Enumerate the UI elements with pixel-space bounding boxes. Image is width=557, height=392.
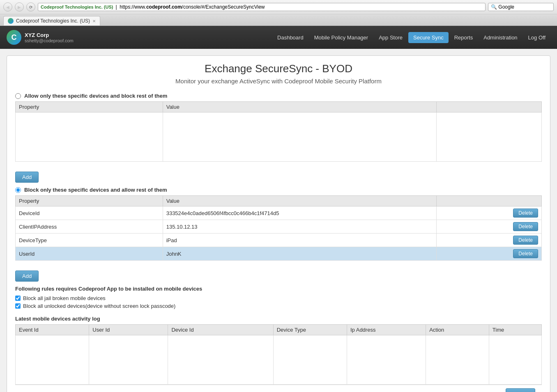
allow-table-header-row: Property Value <box>16 102 542 112</box>
tab-label: Codeproof Technologies Inc. (US) <box>16 18 90 24</box>
block-col-value: Value <box>163 196 436 206</box>
allow-add-button[interactable]: Add <box>15 172 39 183</box>
reload-button[interactable]: ⟳ <box>26 2 35 11</box>
log-col-ip: Ip Address <box>347 325 426 335</box>
block-col-property: Property <box>16 196 163 206</box>
block-table-header-row: Property Value <box>16 196 542 206</box>
block-row-property: DeviceId <box>16 206 163 220</box>
block-row-property: DeviceType <box>16 234 163 247</box>
user-email: sshetty@codeproof.com <box>25 38 74 43</box>
allow-radio[interactable] <box>15 93 21 99</box>
block-row-value: 135.10.12.13 <box>163 220 436 234</box>
browser-tab[interactable]: Codeproof Technologies Inc. (US) ✕ <box>3 16 100 25</box>
log-col-user: User Id <box>89 325 168 335</box>
log-col-type: Device Type <box>273 325 347 335</box>
save-button[interactable]: Save <box>506 388 535 392</box>
block-row-property: ClientIPAddress <box>16 220 163 234</box>
activity-title: Latest mobile devices activity log <box>15 316 542 322</box>
search-bar[interactable]: 🔍 Google <box>488 3 554 11</box>
block-table: Property Value DeviceId333524e4c0aded650… <box>15 195 542 261</box>
allow-table: Property Value <box>15 101 542 162</box>
nav-secure-sync[interactable]: Secure Sync <box>408 32 449 43</box>
block-section: Block only these specific devices and al… <box>15 187 542 261</box>
page-title: Exchange SecureSync - BYOD <box>15 62 542 75</box>
allow-section-header: Allow only these specific devices and bl… <box>15 93 542 99</box>
allow-table-empty-row <box>16 112 542 162</box>
site-info: Codeproof Technologies Inc. (US) <box>41 5 113 9</box>
block-row-action: Delete <box>436 234 541 247</box>
footer-bar: In order SecureSync to work correctly, Y… <box>15 385 542 392</box>
block-table-row: DeviceTypeiPadDelete <box>16 234 542 247</box>
back-button[interactable]: ◀ <box>3 2 12 11</box>
activity-log-section: Latest mobile devices activity log Event… <box>15 316 542 385</box>
delete-button[interactable]: Delete <box>513 222 538 231</box>
search-icon: 🔍 <box>491 4 497 10</box>
nav-reports[interactable]: Reports <box>449 32 478 43</box>
address-url: | https://www.codeproof.com/console/#/Ex… <box>115 4 265 10</box>
logo-icon: C <box>7 30 21 45</box>
block-section-label: Block only these specific devices and al… <box>24 187 167 193</box>
allow-col-action <box>436 102 541 112</box>
browser-chrome: ◀ ▶ ⟳ Codeproof Technologies Inc. (US) |… <box>0 0 557 26</box>
log-empty-row <box>16 335 542 385</box>
activity-log-table: Event Id User Id Device Id Device Type I… <box>15 324 542 385</box>
nav-mobile-policy[interactable]: Mobile Policy Manager <box>309 32 373 43</box>
log-col-event: Event Id <box>16 325 89 335</box>
checkbox-unlock-label: Block all unlocked devices(device withou… <box>23 303 175 309</box>
checkbox-jail[interactable] <box>15 296 21 301</box>
block-row-action: Delete <box>436 206 541 220</box>
nav-dashboard[interactable]: Dashboard <box>272 32 308 43</box>
block-add-button[interactable]: Add <box>15 271 39 282</box>
content-panel: Exchange SecureSync - BYOD Monitor your … <box>7 55 550 392</box>
nav-app-store[interactable]: App Store <box>374 32 407 43</box>
forward-button[interactable]: ▶ <box>15 2 24 11</box>
block-row-value: 333524e4c0aded6506f4fbcc0c466b4c1f4714d5 <box>163 206 436 220</box>
app-logo: C XYZ Corp sshetty@codeproof.com <box>7 30 74 45</box>
allow-col-value: Value <box>163 102 436 112</box>
log-col-action: Action <box>426 325 489 335</box>
delete-button[interactable]: Delete <box>513 209 538 218</box>
delete-button[interactable]: Delete <box>513 236 538 245</box>
block-section-header: Block only these specific devices and al… <box>15 187 542 193</box>
tab-bar: Codeproof Technologies Inc. (US) ✕ <box>0 14 557 25</box>
block-table-row: ClientIPAddress135.10.12.13Delete <box>16 220 542 234</box>
rules-section: Following rules requires Codeproof App t… <box>15 286 542 309</box>
close-tab-button[interactable]: ✕ <box>92 19 96 23</box>
block-radio[interactable] <box>15 187 21 193</box>
tab-favicon <box>8 18 14 24</box>
allow-section: Allow only these specific devices and bl… <box>15 93 542 162</box>
main-content: Exchange SecureSync - BYOD Monitor your … <box>0 49 557 392</box>
app-logo-text: XYZ Corp sshetty@codeproof.com <box>25 32 74 43</box>
block-row-value: JohnK <box>163 247 436 261</box>
block-col-action <box>436 196 541 206</box>
address-bar[interactable]: Codeproof Technologies Inc. (US) | https… <box>38 3 486 11</box>
block-table-row: DeviceId333524e4c0aded6506f4fbcc0c466b4c… <box>16 206 542 220</box>
block-table-row: UserIdJohnKDelete <box>16 247 542 261</box>
block-row-action: Delete <box>436 220 541 234</box>
company-name: XYZ Corp <box>25 32 74 38</box>
nav-administration[interactable]: Administration <box>479 32 522 43</box>
search-placeholder: Google <box>498 4 514 10</box>
checkbox-unlock[interactable] <box>15 303 21 309</box>
browser-toolbar: ◀ ▶ ⟳ Codeproof Technologies Inc. (US) |… <box>0 0 557 14</box>
nav-logoff[interactable]: Log Off <box>523 32 550 43</box>
block-row-action: Delete <box>436 247 541 261</box>
app-header: C XYZ Corp sshetty@codeproof.com Dashboa… <box>0 26 557 49</box>
log-col-time: Time <box>489 325 541 335</box>
app-nav: Dashboard Mobile Policy Manager App Stor… <box>83 32 550 43</box>
checkbox-jail-row: Block all jail broken mobile devices <box>15 295 542 301</box>
block-row-property: UserId <box>16 247 163 261</box>
rules-title: Following rules requires Codeproof App t… <box>15 286 542 292</box>
allow-section-label: Allow only these specific devices and bl… <box>24 93 167 99</box>
log-header-row: Event Id User Id Device Id Device Type I… <box>16 325 542 335</box>
allow-col-property: Property <box>16 102 163 112</box>
log-col-device: Device Id <box>168 325 273 335</box>
page-subtitle: Monitor your exchange ActiveSync with Co… <box>15 78 542 85</box>
block-row-value: iPad <box>163 234 436 247</box>
delete-button[interactable]: Delete <box>513 249 538 258</box>
checkbox-jail-label: Block all jail broken mobile devices <box>23 295 106 301</box>
checkbox-unlock-row: Block all unlocked devices(device withou… <box>15 303 542 309</box>
